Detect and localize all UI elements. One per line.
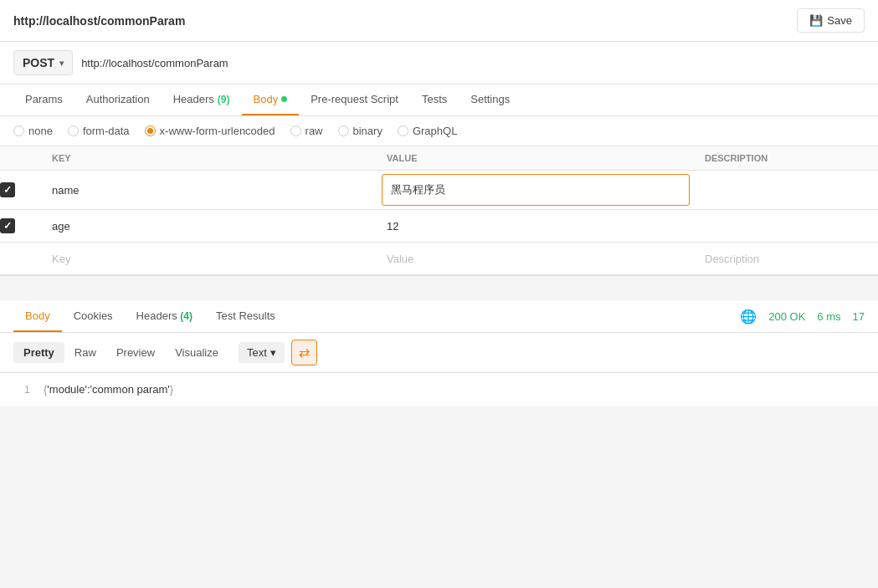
status-ok: 200 OK — [768, 310, 805, 323]
params-table: KEY VALUE DESCRIPTION name 黑马程序员 — [0, 146, 878, 275]
tab-tests-label: Tests — [422, 93, 447, 105]
tab-response-body[interactable]: Body — [13, 301, 62, 332]
radio-x-www-form-urlencoded[interactable]: x-www-form-urlencoded — [145, 125, 275, 137]
tab-response-headers[interactable]: Headers (4) — [125, 301, 204, 332]
globe-icon: 🌐 — [740, 309, 757, 325]
format-tab-raw[interactable]: Raw — [64, 342, 106, 363]
row1-key: name — [52, 184, 80, 197]
body-dot — [281, 96, 287, 102]
tab-authorization[interactable]: Authorization — [74, 84, 162, 115]
radio-none-label: none — [28, 125, 53, 137]
method-select[interactable]: POST ▾ — [13, 50, 73, 75]
radio-raw[interactable]: raw — [290, 125, 323, 137]
save-icon: 💾 — [809, 14, 823, 27]
response-tabs-left: Body Cookies Headers (4) Test Results — [13, 301, 287, 332]
method-label: POST — [23, 56, 54, 69]
empty-value-placeholder[interactable]: Value — [387, 253, 413, 265]
request-tabs: Params Authorization Headers (9) Body Pr… — [0, 84, 878, 116]
radio-raw-dot — [290, 125, 301, 136]
response-format-bar: Pretty Raw Preview Visualize Text ▾ ⇄ — [0, 333, 878, 373]
table-row: age 12 — [0, 210, 878, 243]
row2-value: 12 — [387, 220, 398, 233]
tab-response-test-results-label: Test Results — [216, 309, 275, 322]
tab-response-test-results[interactable]: Test Results — [204, 301, 287, 332]
col-check-header — [0, 146, 42, 171]
format-select[interactable]: Text ▾ — [239, 342, 285, 363]
row1-checkbox[interactable] — [0, 182, 15, 197]
radio-urlencoded-label: x-www-form-urlencoded — [160, 125, 275, 137]
status-size: 17 — [853, 310, 865, 323]
url-display: http://localhost/commonParam — [13, 14, 185, 28]
top-bar: http://localhost/commonParam 💾 Save — [0, 0, 878, 42]
radio-none-dot — [13, 125, 24, 136]
row1-value[interactable]: 黑马程序员 — [391, 182, 445, 197]
tab-response-headers-label: Headers — [136, 309, 181, 322]
radio-graphql[interactable]: GraphQL — [398, 125, 457, 137]
format-tab-preview-label: Preview — [116, 346, 155, 359]
radio-raw-label: raw — [306, 125, 323, 137]
chevron-down-icon: ▾ — [59, 59, 64, 68]
response-tabs-bar: Body Cookies Headers (4) Test Results 🌐 … — [0, 301, 878, 333]
col-desc-header: DESCRIPTION — [695, 146, 878, 171]
code-area: 1 {'module':'common param'} — [0, 373, 878, 406]
format-tab-pretty-label: Pretty — [23, 346, 54, 359]
save-label: Save — [827, 14, 852, 27]
table-row-empty: Key Value Description — [0, 243, 878, 275]
code-content-1: {'module':'common param'} — [44, 383, 173, 396]
col-value-header: VALUE — [377, 146, 695, 171]
tab-pre-request-label: Pre-request Script — [311, 93, 398, 105]
wrap-button[interactable]: ⇄ — [291, 340, 317, 366]
url-bar: POST ▾ — [0, 42, 878, 84]
tab-tests[interactable]: Tests — [410, 84, 459, 115]
tab-headers-label: Headers — [173, 93, 214, 105]
format-select-value: Text — [247, 346, 267, 359]
row2-key: age — [52, 220, 70, 233]
save-button[interactable]: 💾 Save — [797, 8, 865, 33]
code-line-1: 1 {'module':'common param'} — [13, 383, 865, 396]
url-input[interactable] — [81, 57, 865, 69]
wrap-icon: ⇄ — [299, 345, 310, 360]
tab-authorization-label: Authorization — [86, 93, 150, 105]
line-number-1: 1 — [13, 383, 30, 396]
body-type-bar: none form-data x-www-form-urlencoded raw… — [0, 116, 878, 146]
status-time: 6 ms — [817, 310, 840, 323]
radio-form-data[interactable]: form-data — [68, 125, 130, 137]
radio-form-data-dot — [68, 125, 79, 136]
tab-headers[interactable]: Headers (9) — [162, 84, 242, 115]
format-tab-visualize[interactable]: Visualize — [165, 342, 228, 363]
headers-badge: (9) — [218, 94, 230, 105]
tab-response-cookies-label: Cookies — [74, 309, 113, 322]
empty-desc-placeholder[interactable]: Description — [705, 253, 759, 265]
format-tab-visualize-label: Visualize — [175, 346, 218, 359]
col-key-header: KEY — [42, 146, 377, 171]
radio-binary[interactable]: binary — [338, 125, 383, 137]
tab-settings[interactable]: Settings — [459, 84, 521, 115]
table-row: name 黑马程序员 — [0, 171, 878, 210]
tab-body-label: Body — [254, 93, 279, 105]
radio-form-data-label: form-data — [83, 125, 130, 137]
radio-none[interactable]: none — [13, 125, 53, 137]
response-section: Body Cookies Headers (4) Test Results 🌐 … — [0, 301, 878, 406]
radio-graphql-label: GraphQL — [413, 125, 457, 137]
radio-urlencoded-dot — [145, 125, 156, 136]
request-section: POST ▾ Params Authorization Headers (9) … — [0, 42, 878, 276]
response-headers-badge: (4) — [180, 310, 193, 322]
radio-binary-dot — [338, 125, 349, 136]
tab-body[interactable]: Body — [242, 84, 300, 115]
empty-key-placeholder[interactable]: Key — [52, 253, 70, 265]
radio-binary-label: binary — [353, 125, 383, 137]
format-tab-raw-label: Raw — [74, 346, 96, 359]
radio-graphql-dot — [398, 125, 408, 136]
tab-response-cookies[interactable]: Cookies — [62, 301, 125, 332]
tab-pre-request[interactable]: Pre-request Script — [299, 84, 410, 115]
tab-response-body-label: Body — [25, 309, 50, 322]
tab-params-label: Params — [25, 93, 63, 105]
section-gap — [0, 276, 878, 301]
row2-checkbox[interactable] — [0, 218, 15, 233]
tab-settings-label: Settings — [470, 93, 510, 105]
response-status-bar: 🌐 200 OK 6 ms 17 — [740, 309, 865, 325]
chevron-down-icon: ▾ — [270, 346, 276, 359]
tab-params[interactable]: Params — [13, 84, 74, 115]
format-tab-pretty[interactable]: Pretty — [13, 342, 64, 363]
format-tab-preview[interactable]: Preview — [106, 342, 165, 363]
